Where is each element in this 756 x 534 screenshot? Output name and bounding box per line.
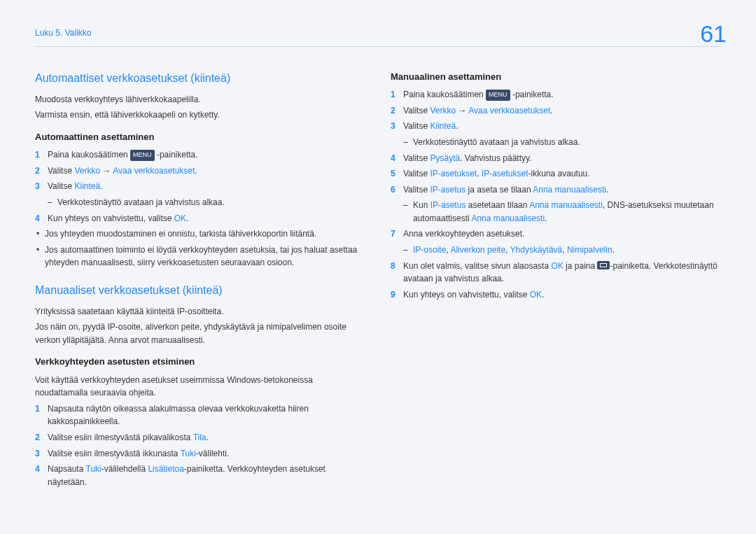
option-pysayta: Pysäytä bbox=[430, 153, 460, 163]
subheading-auto-setup: Automaattinen asettaminen bbox=[35, 130, 365, 144]
list-item: 3 Valitse Kiinteä. Verkkotestinäyttö ava… bbox=[35, 180, 365, 209]
list-item: 3 Valitse esiin ilmestyvästä ikkunasta T… bbox=[35, 447, 365, 461]
option-tuki: Tuki bbox=[86, 464, 102, 474]
subheading-manual-setup: Manuaalinen asettaminen bbox=[391, 70, 721, 84]
step-text: ja paina bbox=[564, 261, 598, 271]
list-item: 8 Kun olet valmis, valitse sivun alaosas… bbox=[391, 260, 721, 286]
step-text: . bbox=[477, 169, 482, 178]
steps-manual: 1 Paina kaukosäätimen MENU -painiketta. … bbox=[391, 88, 721, 301]
list-item: 4 Napsauta Tuki-välilehdellä Lisätietoa-… bbox=[35, 463, 365, 489]
header-divider bbox=[35, 46, 721, 47]
list-item: 2 Valitse esiin ilmestyvästä pikavalikos… bbox=[35, 431, 365, 444]
step-text: Kun olet valmis, valitse sivun alaosasta bbox=[403, 261, 551, 271]
option-ok: OK bbox=[530, 290, 542, 300]
body-text: Voit käyttää verkkoyhteyden asetukset us… bbox=[35, 374, 365, 400]
option-ip-asetukset: IP-asetukset bbox=[430, 169, 477, 178]
step-text: . bbox=[606, 185, 608, 195]
step-text: -ikkuna avautuu. bbox=[528, 169, 590, 178]
option-avaa-verkkoasetukset: Avaa verkkoasetukset bbox=[468, 106, 550, 115]
step-text: . bbox=[186, 213, 188, 223]
option-avaa-verkkoasetukset: Avaa verkkoasetukset bbox=[113, 166, 195, 176]
step-text: Valitse bbox=[403, 106, 430, 115]
step-text: Kun yhteys on vahvistettu, valitse bbox=[403, 290, 530, 300]
option-anna-manuaalisesti: Anna manuaalisesti bbox=[533, 185, 606, 195]
list-item: 7 Anna verkkoyhteyden asetukset. IP-osoi… bbox=[391, 227, 721, 256]
step-text: . bbox=[206, 433, 209, 442]
step-text: Valitse bbox=[48, 181, 74, 191]
step-text: Anna verkkoyhteyden asetukset. bbox=[403, 229, 524, 239]
note-text: Verkkotestinäyttö avataan ja vahvistus a… bbox=[48, 196, 365, 209]
list-item: 1 Paina kaukosäätimen MENU -painiketta. bbox=[391, 88, 721, 101]
step-text: Napsauta bbox=[48, 464, 86, 474]
step-text: Valitse esiin ilmestyvästä pikavalikosta bbox=[48, 433, 193, 442]
list-item: 5 Valitse IP-asetukset. IP-asetukset-ikk… bbox=[391, 167, 721, 181]
menu-tag-icon: MENU bbox=[486, 90, 510, 101]
option-verkko: Verkko bbox=[74, 166, 100, 176]
list-item: 2 Valitse Verkko → Avaa verkkoasetukset. bbox=[35, 164, 365, 178]
option-kiintea: Kiinteä bbox=[430, 121, 456, 131]
breadcrumb: Luku 5. Valikko bbox=[35, 27, 92, 40]
step-text: Kun yhteys on vahvistettu, valitse bbox=[48, 213, 174, 223]
step-text: . bbox=[542, 290, 544, 300]
step-text: → bbox=[100, 166, 113, 176]
note-text: Jos yhteyden muodostaminen ei onnistu, t… bbox=[35, 227, 365, 241]
step-text: Paina kaukosäätimen bbox=[403, 90, 486, 99]
step-text: . bbox=[195, 166, 197, 176]
note-text: IP-osoite, Aliverkon peite, Yhdyskäytävä… bbox=[403, 244, 721, 257]
option-tila: Tila bbox=[193, 433, 206, 442]
step-text: -painiketta. bbox=[510, 90, 554, 99]
option-verkko: Verkko bbox=[430, 106, 456, 115]
list-item: 9 Kun yhteys on vahvistettu, valitse OK. bbox=[391, 288, 721, 302]
list-item: 4 Kun yhteys on vahvistettu, valitse OK. bbox=[35, 212, 365, 225]
heading-auto-settings: Automaattiset verkkoasetukset (kiinteä) bbox=[35, 70, 365, 87]
step-text: → bbox=[456, 106, 468, 115]
list-item: 1Napsauta näytön oikeassa alakulmassa ol… bbox=[35, 402, 365, 428]
step-text: Napsauta näytön oikeassa alakulmassa ole… bbox=[48, 404, 309, 427]
note-text: Jos automaattinen toiminto ei löydä verk… bbox=[35, 244, 365, 269]
list-item: 4 Valitse Pysäytä. Vahvistus päättyy. bbox=[391, 152, 721, 165]
note-text: Verkkotestinäyttö avataan ja vahvistus a… bbox=[403, 136, 721, 149]
notes-auto: Jos yhteyden muodostaminen ei onnistu, t… bbox=[35, 227, 365, 269]
list-item: 1 Paina kaukosäätimen MENU -painiketta. bbox=[35, 148, 365, 162]
step-text: -välilehdellä bbox=[102, 464, 148, 474]
step-text: . bbox=[100, 181, 102, 191]
step-text: ja aseta se tilaan bbox=[465, 185, 533, 195]
steps-find: 1Napsauta näytön oikeassa alakulmassa ol… bbox=[35, 402, 365, 489]
option-ok: OK bbox=[551, 261, 563, 271]
step-text: Valitse bbox=[403, 121, 430, 131]
option-kiintea: Kiinteä bbox=[74, 181, 100, 191]
step-text: Valitse esiin ilmestyvästä ikkunasta bbox=[48, 449, 181, 458]
step-text: Valitse bbox=[403, 185, 430, 195]
menu-tag-icon: MENU bbox=[130, 150, 155, 161]
steps-auto: 1 Paina kaukosäätimen MENU -painiketta. … bbox=[35, 148, 365, 225]
subheading-find-settings: Verkkoyhteyden asetusten etsiminen bbox=[35, 355, 365, 369]
step-text: -välilehti. bbox=[196, 449, 229, 458]
step-text: . bbox=[550, 106, 552, 115]
step-text: Paina kaukosäätimen bbox=[48, 150, 130, 160]
content-columns: Automaattiset verkkoasetukset (kiinteä) … bbox=[35, 70, 721, 511]
list-item: 2 Valitse Verkko → Avaa verkkoasetukset. bbox=[391, 104, 721, 118]
body-text: Muodosta verkkoyhteys lähiverkkokaapelil… bbox=[35, 93, 365, 106]
list-item: 3 Valitse Kiinteä. Verkkotestinäyttö ava… bbox=[391, 120, 721, 148]
list-item: 6 Valitse IP-asetus ja aseta se tilaan A… bbox=[391, 183, 721, 225]
step-text: Valitse bbox=[403, 169, 430, 178]
step-text: Valitse bbox=[403, 153, 430, 163]
step-text: . Vahvistus päättyy. bbox=[460, 153, 531, 163]
body-text: Jos näin on, pyydä IP-osoite, aliverkon … bbox=[35, 321, 365, 346]
step-text: -painiketta. bbox=[155, 150, 198, 160]
option-lisatietoa: Lisätietoa bbox=[148, 464, 183, 474]
option-ip-asetukset: IP-asetukset bbox=[482, 169, 528, 178]
option-ip-asetus: IP-asetus bbox=[430, 185, 465, 195]
step-text: Valitse bbox=[48, 166, 74, 176]
body-text: Varmista ensin, että lähiverkkokaapeli o… bbox=[35, 108, 365, 122]
body-text: Yrityksissä saatetaan käyttää kiinteitä … bbox=[35, 305, 365, 318]
enter-button-icon bbox=[597, 261, 610, 269]
heading-manual-settings: Manuaaliset verkkoasetukset (kiinteä) bbox=[35, 282, 365, 300]
note-text: Kun IP-asetus asetetaan tilaan Anna manu… bbox=[403, 199, 721, 225]
option-ok: OK bbox=[174, 213, 186, 223]
step-text: . bbox=[456, 121, 458, 131]
option-tuki: Tuki bbox=[181, 449, 196, 458]
